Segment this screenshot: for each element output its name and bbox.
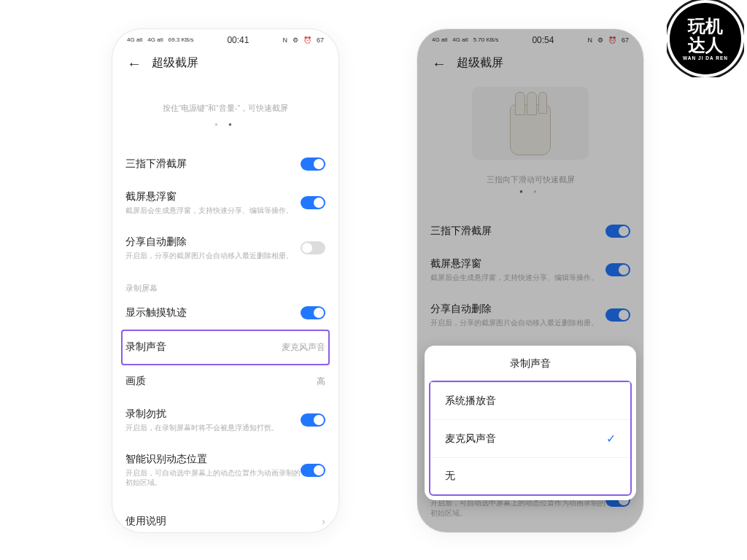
bottom-sheet-record-sound: 录制声音 系统播放音 麦克风声音 ✓ 无	[425, 346, 636, 500]
stamp-sub: WAN JI DA REN	[683, 55, 728, 61]
toggle[interactable]	[301, 241, 325, 254]
phone-right: 4G atl 4G atl 5.70 KB/s 00:54 N ⚙ ⏰ 67 ←…	[417, 29, 643, 532]
option-label: 麦克风声音	[445, 432, 496, 446]
toggle[interactable]	[301, 306, 325, 319]
alarm-icon: ⏰	[303, 36, 311, 44]
setting-floating-window[interactable]: 截屏悬浮窗截屏后会生成悬浮窗，支持快速分享、编辑等操作。	[125, 181, 325, 226]
chevron-right-icon: ›	[322, 516, 325, 527]
option-label: 无	[445, 470, 455, 483]
setting-auto-delete[interactable]: 分享自动删除开启后，分享的截屏图片会自动移入最近删除相册。	[125, 226, 325, 271]
bt-icon: ⚙	[293, 36, 298, 44]
setting-help[interactable]: 使用说明 ›	[125, 505, 325, 533]
net-speed: 69.3 KB/s	[169, 37, 194, 43]
status-bar: 4G atl 4G atl 69.3 KB/s 00:41 N ⚙ ⏰ 67	[112, 29, 338, 48]
toggle[interactable]	[301, 464, 325, 477]
title-bar: ← 超级截屏	[112, 48, 338, 78]
setting-label: 画质	[125, 375, 317, 388]
phone-left: 4G atl 4G atl 69.3 KB/s 00:41 N ⚙ ⏰ 67 ←…	[112, 29, 338, 532]
setting-sub: 开启后，在录制屏幕时将不会被悬浮通知打扰。	[125, 423, 301, 433]
sheet-title: 录制声音	[425, 346, 636, 381]
stamp-line2: 达人	[688, 35, 723, 55]
toggle[interactable]	[301, 413, 325, 427]
setting-dnd[interactable]: 录制勿扰开启后，在录制屏幕时将不会被悬浮通知打扰。	[125, 398, 325, 443]
setting-sub: 截屏后会生成悬浮窗，支持快速分享、编辑等操作。	[125, 206, 301, 216]
setting-label: 录制声音	[125, 341, 282, 354]
setting-value: 麦克风声音	[282, 341, 325, 354]
setting-show-touch[interactable]: 显示触摸轨迹	[125, 297, 325, 330]
signal-1: 4G atl	[127, 37, 142, 43]
pager-dots[interactable]: ● ●	[112, 118, 338, 148]
setting-label: 显示触摸轨迹	[125, 306, 301, 319]
hint-text: 按住“电源键”和“音量-”，可快速截屏	[112, 78, 338, 118]
stamp-line1: 玩机	[688, 16, 723, 36]
setting-value: 高	[317, 376, 325, 388]
highlighted-setting: 录制声音 麦克风声音	[121, 330, 330, 365]
status-time: 00:41	[227, 35, 249, 45]
setting-label: 使用说明	[125, 515, 322, 528]
toggle[interactable]	[301, 196, 325, 209]
nfc-icon: N	[282, 36, 287, 44]
check-icon: ✓	[606, 432, 616, 446]
option-label: 系统播放音	[445, 394, 496, 408]
toggle[interactable]	[301, 158, 325, 171]
section-record: 录制屏幕	[125, 271, 325, 297]
setting-label: 智能识别动态位置	[125, 453, 301, 466]
signal-2: 4G atl	[147, 37, 163, 43]
option-none[interactable]: 无	[430, 457, 630, 494]
setting-label: 录制勿扰	[125, 408, 301, 421]
setting-three-finger[interactable]: 三指下滑截屏	[125, 148, 325, 181]
setting-sub: 开启后，可自动选中屏幕上的动态位置作为动画录制的初始区域。	[125, 468, 301, 488]
option-system-sound[interactable]: 系统播放音	[430, 382, 630, 419]
setting-smart-detect[interactable]: 智能识别动态位置开启后，可自动选中屏幕上的动态位置作为动画录制的初始区域。	[125, 443, 325, 498]
highlighted-options: 系统播放音 麦克风声音 ✓ 无	[429, 381, 632, 496]
page-title: 超级截屏	[152, 55, 198, 71]
setting-record-sound[interactable]: 录制声音 麦克风声音	[125, 331, 325, 364]
setting-quality[interactable]: 画质 高	[125, 365, 325, 398]
battery-icon: 67	[317, 36, 324, 44]
setting-label: 三指下滑截屏	[125, 158, 301, 171]
back-icon[interactable]: ←	[127, 56, 142, 71]
setting-label: 截屏悬浮窗	[125, 190, 301, 203]
setting-sub: 开启后，分享的截屏图片会自动移入最近删除相册。	[125, 251, 301, 261]
watermark-logo: 玩机 达人 WAN JI DA REN	[670, 3, 741, 74]
option-microphone[interactable]: 麦克风声音 ✓	[430, 419, 630, 457]
setting-label: 分享自动删除	[125, 236, 301, 249]
